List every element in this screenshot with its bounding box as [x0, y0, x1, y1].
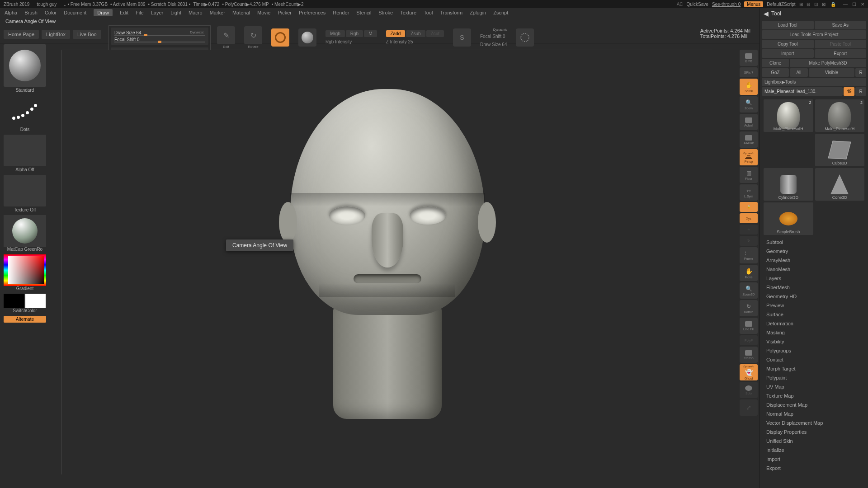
xyz-button[interactable]: Xyz — [740, 213, 758, 223]
sym-rotate-icon[interactable]: ↻ — [740, 236, 758, 246]
menu-picker[interactable]: Picker — [278, 10, 292, 15]
quicksave-button[interactable]: QuickSave — [687, 2, 708, 7]
section-displayprops[interactable]: Display Properties — [760, 427, 868, 436]
tool-thumb-0[interactable]: 2Male_PlanesofH — [764, 99, 813, 132]
brush-size-preview-icon[interactable] — [516, 28, 534, 47]
r-button-2[interactable]: R — [855, 87, 866, 96]
rgb-intensity-slider[interactable]: Rgb Intensity — [326, 38, 377, 45]
actual-button[interactable]: Actual — [740, 114, 758, 130]
section-subtool[interactable]: Subtool — [760, 238, 868, 247]
section-import2[interactable]: Import — [760, 455, 868, 464]
color-swatch-black[interactable] — [4, 294, 24, 308]
visible-button[interactable]: Visible — [809, 68, 854, 77]
linefill-button[interactable]: Line Fill — [740, 318, 758, 334]
aahalf-button[interactable]: AAHalf — [740, 131, 758, 148]
tool-thumb-4[interactable]: Cone3D — [815, 168, 865, 201]
section-preview[interactable]: Preview — [760, 301, 868, 310]
solo-button[interactable]: Solo — [740, 382, 758, 398]
menu-stencil[interactable]: Stencil — [356, 10, 371, 15]
stroke-thumbnail[interactable] — [4, 95, 46, 127]
focal-shift-row[interactable]: Focal Shift 0 — [113, 36, 207, 43]
move-button[interactable]: ✋Move — [740, 265, 758, 281]
seethrough-slider[interactable]: See-through 0 — [712, 2, 741, 7]
lock-icon[interactable]: 🔒 — [830, 2, 836, 7]
zcut-button[interactable]: Zcut — [426, 30, 444, 37]
rotate-mode-icon[interactable]: ↻ — [244, 26, 262, 44]
menu-marker[interactable]: Marker — [210, 10, 225, 15]
alternate-button[interactable]: Alternate — [4, 316, 46, 323]
menu-texture[interactable]: Texture — [400, 10, 416, 15]
edit-mode-icon[interactable]: ✎ — [217, 26, 235, 44]
paste-tool-button[interactable]: Paste Tool — [815, 40, 867, 48]
alpha-thumbnail[interactable] — [4, 135, 46, 166]
live-boolean-button[interactable]: Live Boo — [73, 30, 101, 39]
goz-button[interactable]: GoZ — [762, 68, 789, 77]
section-geometry[interactable]: Geometry — [760, 247, 868, 256]
default-zscript[interactable]: DefaultZScript — [767, 2, 795, 7]
section-fibermesh[interactable]: FiberMesh — [760, 283, 868, 292]
mesh-num[interactable]: 49 — [844, 87, 854, 96]
rotate3d-button[interactable]: ↻Rotate — [740, 300, 758, 316]
menu-alpha[interactable]: Alpha — [5, 10, 17, 15]
section-texturemap[interactable]: Texture Map — [760, 391, 868, 400]
mrgb-button[interactable]: Mrgb — [326, 30, 345, 37]
sym-curve-icon[interactable]: ∿ — [740, 225, 758, 235]
section-morphtarget[interactable]: Morph Target — [760, 364, 868, 373]
polyf-button[interactable]: PolyF — [740, 335, 758, 345]
focal-shift-slider[interactable]: Focal Shift 0 — [480, 33, 507, 40]
draw-mode-icon[interactable] — [271, 28, 289, 47]
tool-thumb-3[interactable]: Cylinder3D — [764, 168, 813, 201]
color-picker[interactable] — [4, 254, 46, 286]
bpr-button[interactable]: BPR — [740, 50, 758, 66]
section-masking[interactable]: Masking — [760, 328, 868, 337]
save-as-button[interactable]: Save As — [815, 21, 867, 29]
menu-material[interactable]: Material — [232, 10, 250, 15]
s-curve-icon[interactable]: S — [453, 28, 471, 47]
load-project-button[interactable]: Load Tools From Project — [762, 30, 866, 39]
zsub-button[interactable]: Zsub — [406, 30, 425, 37]
lsym-button[interactable]: ⇿L.Sym — [740, 184, 758, 201]
transp-button[interactable]: Transp — [740, 347, 758, 363]
section-visibility[interactable]: Visibility — [760, 337, 868, 346]
frame-button[interactable]: Frame — [740, 247, 758, 263]
tool-thumb-1[interactable]: 2Male_PlanesofH — [815, 99, 865, 132]
menu-preferences[interactable]: Preferences — [299, 10, 326, 15]
section-polygroups[interactable]: Polygroups — [760, 346, 868, 355]
persp-button[interactable]: DynamicPersp — [740, 149, 758, 165]
brush-thumbnail[interactable] — [4, 44, 46, 87]
section-nanomesh[interactable]: NanoMesh — [760, 265, 868, 274]
switchcolor-label[interactable]: SwitchColor — [4, 308, 46, 313]
lock-sym-icon[interactable]: 🔒 — [740, 202, 758, 212]
maximize-icon[interactable]: ☐ — [852, 2, 856, 7]
tool-header[interactable]: ◀Tool — [760, 8, 868, 19]
scroll-button[interactable]: ✋Scroll — [740, 79, 758, 95]
sculpt-mesh[interactable] — [290, 89, 485, 419]
zoom-button[interactable]: 🔍Zoom — [740, 96, 758, 113]
section-deformation[interactable]: Deformation — [760, 319, 868, 328]
z-intensity-slider[interactable]: Z Intensity 25 — [386, 38, 444, 45]
ghost-button[interactable]: Dynamic👻Ghost — [740, 364, 758, 380]
gradient-sphere-icon[interactable] — [298, 28, 316, 47]
tool-thumb-2[interactable]: Cube3D — [815, 134, 865, 166]
menu-render[interactable]: Render — [333, 10, 349, 15]
material-thumbnail[interactable] — [4, 215, 46, 247]
spix-slider[interactable]: SPix 7 — [740, 67, 758, 77]
m-button[interactable]: M — [364, 30, 377, 37]
menus-button[interactable]: Menus — [744, 1, 763, 7]
color-swatch-white[interactable] — [25, 294, 46, 308]
export-button[interactable]: Export — [815, 49, 867, 58]
texture-thumbnail[interactable] — [4, 175, 46, 206]
menu-file[interactable]: File — [136, 10, 144, 15]
menu-movie[interactable]: Movie — [257, 10, 270, 15]
close-icon[interactable]: ✕ — [861, 2, 864, 7]
menu-transform[interactable]: Transform — [440, 10, 462, 15]
section-contact[interactable]: Contact — [760, 355, 868, 364]
zoom3d-button[interactable]: 🔍Zoom3D — [740, 282, 758, 299]
menu-document[interactable]: Document — [64, 10, 86, 15]
menu-zscript[interactable]: Zscript — [493, 10, 508, 15]
layout-icons[interactable]: ⊞ ⊟ ⊡ ⊠ — [799, 2, 827, 7]
minimize-icon[interactable]: — — [843, 2, 848, 7]
section-unifiedskin[interactable]: Unified Skin — [760, 436, 868, 446]
section-uvmap[interactable]: UV Map — [760, 382, 868, 391]
section-export2[interactable]: Export — [760, 464, 868, 473]
